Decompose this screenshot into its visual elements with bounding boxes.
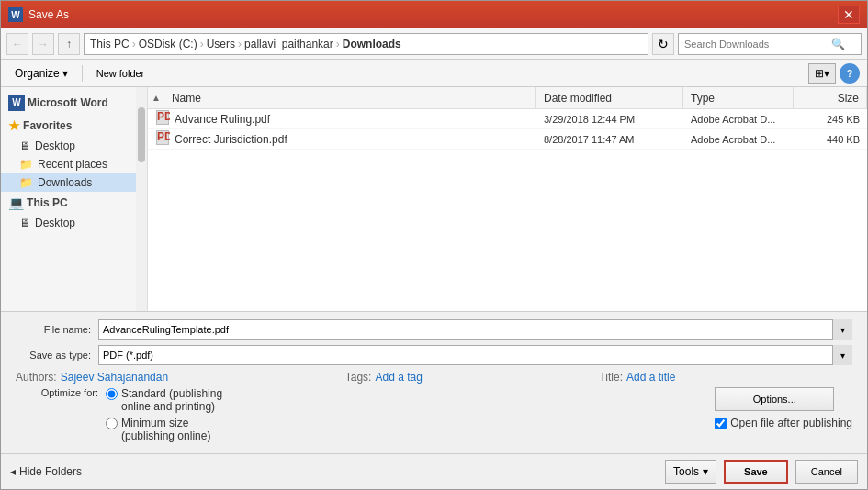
title-label: Title: xyxy=(599,371,623,384)
radio-minimum-input[interactable] xyxy=(106,418,118,429)
radio-standard: Standard (publishingonline and printing) xyxy=(106,387,222,413)
view-button[interactable]: ⊞ ▾ xyxy=(808,63,836,84)
radio-group: Standard (publishingonline and printing)… xyxy=(106,387,222,446)
options-button[interactable]: Options... xyxy=(715,387,834,411)
hide-folders-icon: ◂ xyxy=(10,465,16,478)
up-button[interactable]: ↑ xyxy=(58,33,80,55)
pdf-icon: PDF xyxy=(155,130,170,148)
authors-label: Authors: xyxy=(16,371,57,384)
radio-standard-input[interactable] xyxy=(106,388,118,400)
save-as-dialog: W Save As ✕ ← → ↑ This PC › OSDisk (C:) … xyxy=(0,0,868,490)
close-button[interactable]: ✕ xyxy=(838,6,860,24)
optimize-label: Optimize for: xyxy=(16,387,98,398)
sidebar-scroll-area: W Microsoft Word ★ Favorites 🖥 Desktop 📁… xyxy=(1,87,147,236)
file-cell-name: PDF Advance Ruling.pdf xyxy=(148,110,536,128)
svg-text:PDF: PDF xyxy=(157,110,170,123)
file-row[interactable]: PDF Correct Jurisdiction.pdf 8/28/2017 1… xyxy=(148,129,867,150)
new-folder-button[interactable]: New folder xyxy=(90,63,152,84)
search-input[interactable] xyxy=(684,39,831,50)
save-as-type-label: Save as type: xyxy=(16,350,98,361)
sidebar-this-pc[interactable]: 💻 This PC xyxy=(1,192,147,214)
file-name-text: Correct Jurisdiction.pdf xyxy=(175,133,287,146)
recent-icon: 📁 xyxy=(19,158,33,171)
view-icon: ⊞ xyxy=(815,67,824,80)
file-cell-size: 440 KB xyxy=(794,134,867,145)
this-pc-icon: 💻 xyxy=(8,195,24,210)
open-after-publishing-label: Open file after publishing xyxy=(730,417,852,429)
options-row: Optimize for: Standard (publishingonline… xyxy=(16,387,852,446)
tools-button[interactable]: Tools ▾ xyxy=(665,460,716,484)
title-bar: W Save As ✕ xyxy=(1,1,867,28)
svg-text:PDF: PDF xyxy=(157,130,170,143)
favorites-icon: ★ xyxy=(8,118,20,133)
cancel-button[interactable]: Cancel xyxy=(795,460,858,484)
path-osdisk: OSDisk (C:) xyxy=(139,38,197,50)
help-button[interactable]: ? xyxy=(840,63,860,84)
file-cell-date: 3/29/2018 12:44 PM xyxy=(536,114,683,125)
file-list: PDF Advance Ruling.pdf 3/29/2018 12:44 P… xyxy=(148,109,867,311)
downloads-icon: 📁 xyxy=(19,176,33,189)
file-name-label: File name: xyxy=(16,324,98,335)
sidebar-scrollbar[interactable] xyxy=(136,87,147,311)
col-header-name[interactable]: Name xyxy=(164,87,536,108)
address-bar: ← → ↑ This PC › OSDisk (C:) › Users › pa… xyxy=(1,28,867,60)
save-as-type-wrapper: ▾ xyxy=(98,345,852,365)
hide-folders-button[interactable]: ◂ Hide Folders xyxy=(10,465,82,478)
sidebar-scrollbar-thumb xyxy=(138,107,145,162)
col-header-size[interactable]: Size xyxy=(794,87,867,108)
path-current: Downloads xyxy=(343,38,401,50)
file-row[interactable]: PDF Advance Ruling.pdf 3/29/2018 12:44 P… xyxy=(148,109,867,129)
file-name-input[interactable] xyxy=(98,319,852,340)
back-button[interactable]: ← xyxy=(6,33,28,55)
file-name-row: File name: ▾ xyxy=(16,319,852,340)
desktop-icon: 🖥 xyxy=(19,139,30,152)
footer-right: Tools ▾ Save Cancel xyxy=(665,460,858,484)
sidebar-item-recent[interactable]: 📁 Recent places xyxy=(1,155,147,173)
path-this-pc: This PC xyxy=(90,38,130,50)
save-button[interactable]: Save xyxy=(724,460,788,484)
path-user: pallavi_paithankar xyxy=(244,38,333,50)
tags-value[interactable]: Add a tag xyxy=(375,371,422,384)
file-cell-type: Adobe Acrobat D... xyxy=(683,134,794,145)
radio-minimum: Minimum size(publishing online) xyxy=(106,417,222,442)
organize-dropdown-icon: ▾ xyxy=(62,67,68,80)
sidebar: W Microsoft Word ★ Favorites 🖥 Desktop 📁… xyxy=(1,87,148,311)
hide-folders-label: Hide Folders xyxy=(19,465,82,478)
forward-button[interactable]: → xyxy=(32,33,54,55)
pdf-icon: PDF xyxy=(155,110,170,128)
sidebar-item-desktop[interactable]: 🖥 Desktop xyxy=(1,137,147,155)
address-box[interactable]: This PC › OSDisk (C:) › Users › pallavi_… xyxy=(84,33,648,55)
search-icon: 🔍 xyxy=(831,38,845,50)
file-cell-type: Adobe Acrobat D... xyxy=(683,114,794,125)
toolbar: Organize ▾ New folder ⊞ ▾ ? xyxy=(1,60,867,87)
sort-arrow: ▲ xyxy=(148,93,164,103)
path-users: Users xyxy=(207,38,235,50)
open-after-publishing-checkbox[interactable] xyxy=(715,418,727,429)
col-header-date[interactable]: Date modified xyxy=(536,87,683,108)
col-header-type[interactable]: Type xyxy=(683,87,794,108)
sidebar-item-thispc-desktop[interactable]: 🖥 Desktop xyxy=(1,214,147,232)
file-cell-date: 8/28/2017 11:47 AM xyxy=(536,134,683,145)
sidebar-favorites[interactable]: ★ Favorites xyxy=(1,115,147,137)
search-box[interactable]: 🔍 xyxy=(678,33,862,55)
refresh-button[interactable]: ↻ xyxy=(652,33,674,55)
optimize-section: Optimize for: Standard (publishingonline… xyxy=(16,387,696,446)
word-icon: W xyxy=(8,7,23,22)
file-cell-size: 245 KB xyxy=(794,114,867,125)
tools-dropdown-icon: ▾ xyxy=(703,465,708,478)
organize-button[interactable]: Organize ▾ xyxy=(8,63,74,84)
title-value[interactable]: Add a title xyxy=(626,371,675,384)
file-name-wrapper: ▾ xyxy=(98,319,852,340)
file-cell-name: PDF Correct Jurisdiction.pdf xyxy=(148,130,536,148)
footer-row: ◂ Hide Folders Tools ▾ Save Cancel xyxy=(1,453,867,489)
open-after-publishing-row: Open file after publishing xyxy=(715,417,852,429)
authors-value[interactable]: Sajeev Sahajanandan xyxy=(61,371,168,384)
sidebar-microsoft-word[interactable]: W Microsoft Word xyxy=(1,91,147,115)
options-center: Options... Open file after publishing xyxy=(715,387,852,429)
radio-minimum-label: Minimum size(publishing online) xyxy=(121,417,210,442)
save-as-type-input[interactable] xyxy=(98,345,852,365)
title-bar-left: W Save As xyxy=(8,7,69,22)
sidebar-item-downloads[interactable]: 📁 Downloads xyxy=(1,173,147,192)
file-header: ▲ Name Date modified Type Size xyxy=(148,87,867,109)
this-pc-desktop-icon: 🖥 xyxy=(19,217,30,229)
